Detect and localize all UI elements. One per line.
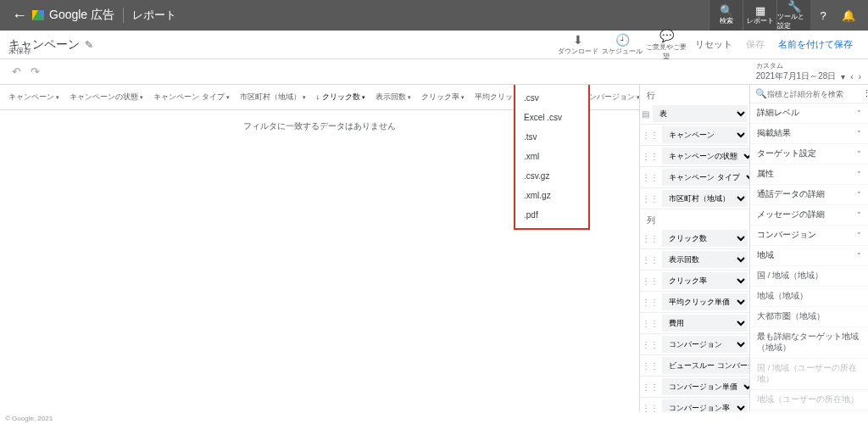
drag-handle-icon[interactable]: ⋮⋮ — [640, 382, 660, 392]
unsaved-indicator: 未保存 — [8, 46, 31, 57]
feedback-icon: 💬 — [644, 29, 688, 42]
bell-icon: 🔔 — [842, 10, 855, 21]
download-option[interactable]: .pdf — [515, 205, 588, 225]
drag-handle-icon[interactable]: ⋮⋮ — [640, 173, 660, 182]
download-icon: ⬇ — [556, 33, 600, 47]
date-next[interactable]: › — [859, 72, 861, 81]
panel-field-select[interactable]: コンバージョン単価 — [662, 378, 749, 395]
panel-field-select[interactable]: キャンペーン タイプ — [662, 169, 749, 186]
search-icon: 🔍 — [755, 88, 767, 99]
save-button[interactable]: 保存 — [739, 38, 771, 51]
panel-field-select[interactable]: コンバージョン率 — [662, 399, 748, 412]
side-group[interactable]: コンバージョン˅ — [750, 226, 868, 246]
download-option[interactable]: Excel .csv — [515, 108, 588, 127]
search-icon: 🔍 — [720, 5, 733, 16]
drag-handle-icon[interactable]: ⋮⋮ — [640, 298, 660, 307]
panel-field-select[interactable]: ビュースルー コンバージョン — [662, 357, 749, 374]
drag-handle-icon[interactable]: ⋮⋮ — [640, 340, 660, 349]
clock-icon: 🕘 — [600, 33, 644, 47]
date-label: カスタム — [756, 61, 861, 70]
row-mode-select[interactable]: 表 — [653, 105, 748, 122]
side-group[interactable]: メッセージの詳細˅ — [750, 205, 868, 226]
layout-icon[interactable]: ▤ — [640, 109, 651, 119]
undo-button[interactable]: ↶ — [7, 65, 25, 78]
chevron-down-icon: ˅ — [857, 109, 861, 118]
side-group[interactable]: 属性˅ — [750, 165, 868, 185]
side-group[interactable]: ターゲット設定˅ — [750, 144, 868, 165]
drag-handle-icon[interactable]: ⋮⋮ — [640, 276, 660, 286]
panel-field-select[interactable]: クリック率 — [662, 272, 748, 289]
panel-field-select[interactable]: 市区町村（地域） — [662, 190, 748, 207]
edit-title-icon[interactable]: ✎ — [85, 39, 93, 51]
download-menu: .csvExcel .csv.tsv.xml.csv.gz.xml.gz.pdf — [514, 85, 590, 230]
download-button[interactable]: ⬇ダウンロード — [556, 31, 600, 58]
side-group[interactable]: 詳細レベル˅ — [750, 103, 868, 124]
side-subitem[interactable]: 最も詳細なターゲット地域（地域） — [750, 327, 868, 359]
drag-handle-icon[interactable]: ⋮⋮ — [640, 131, 660, 140]
wrench-icon: 🔧 — [787, 1, 801, 12]
metric-search-input[interactable] — [767, 90, 862, 98]
col-キャンペーン タイプ[interactable]: キャンペーン タイプ ▾ — [148, 92, 235, 103]
side-subitem: 大都市圏（ユーザーの所在地） — [750, 410, 868, 412]
drag-handle-icon[interactable]: ⋮⋮ — [640, 255, 660, 265]
side-group[interactable]: 通話データの詳細˅ — [750, 185, 868, 205]
panel-field-select[interactable]: クリック数 — [662, 230, 748, 247]
rows-title: 行 — [640, 85, 749, 103]
chevron-down-icon: ˅ — [857, 232, 861, 240]
chevron-down-icon: ˅ — [857, 170, 861, 179]
panel-field-select[interactable]: 平均クリック単価 — [662, 293, 748, 310]
schedule-button[interactable]: 🕘スケジュール — [600, 31, 644, 58]
redo-button[interactable]: ↷ — [25, 65, 44, 78]
side-subitem[interactable]: 地域（地域） — [750, 287, 868, 307]
panel-field-select[interactable]: 費用 — [662, 315, 748, 332]
reset-button[interactable]: リセット — [688, 38, 739, 51]
help-icon: ? — [820, 10, 826, 21]
side-subitem: 地域（ユーザーの所在地） — [750, 390, 868, 410]
chevron-down-icon: ˅ — [857, 130, 861, 138]
drag-handle-icon[interactable]: ⋮⋮ — [640, 319, 660, 328]
side-group[interactable]: 掲載結果˅ — [750, 124, 868, 144]
panel-field-select[interactable]: 表示回数 — [662, 251, 748, 268]
col-キャンペーンの状態[interactable]: キャンペーンの状態 ▾ — [64, 92, 148, 103]
chevron-up-icon: ˄ — [857, 252, 861, 260]
col-キャンペーン[interactable]: キャンペーン ▾ — [3, 92, 64, 103]
footer-copyright: © Google, 2021 — [0, 412, 868, 424]
date-range[interactable]: 2021年7月1日～28日 — [756, 70, 837, 82]
chevron-down-icon: ˅ — [857, 150, 861, 159]
date-dropdown-icon[interactable]: ▾ — [841, 72, 845, 81]
download-option[interactable]: .csv.gz — [515, 166, 588, 186]
download-option[interactable]: .xml — [515, 147, 588, 166]
drag-handle-icon[interactable]: ⋮⋮ — [640, 194, 660, 204]
side-subitem[interactable]: 国 / 地域（地域） — [750, 266, 868, 287]
side-subitem[interactable]: 大都市圏（地域） — [750, 307, 868, 327]
side-group[interactable]: 地域˄ — [750, 246, 868, 266]
col-クリック率[interactable]: クリック率 ▾ — [416, 92, 470, 103]
drag-handle-icon[interactable]: ⋮⋮ — [640, 404, 660, 413]
download-option[interactable]: .tsv — [515, 127, 588, 147]
more-icon[interactable]: ⋮ — [862, 88, 868, 99]
drag-handle-icon[interactable]: ⋮⋮ — [640, 361, 660, 371]
google-ads-logo — [32, 10, 44, 20]
download-option[interactable]: .xml.gz — [515, 186, 588, 205]
panel-field-select[interactable]: キャンペーン — [662, 126, 748, 143]
panel-field-select[interactable]: キャンペーンの状態 — [662, 148, 749, 165]
side-subitem: 国 / 地域（ユーザーの所在地） — [750, 359, 868, 390]
panel-field-select[interactable]: コンバージョン — [662, 336, 748, 353]
back-arrow[interactable]: ← — [7, 7, 32, 25]
save-as-button[interactable]: 名前を付けて保存 — [771, 38, 860, 51]
chevron-down-icon: ˅ — [857, 191, 861, 199]
col-表示回数[interactable]: 表示回数 ▾ — [370, 92, 416, 103]
cols-title: 列 — [640, 209, 749, 228]
feedback-button[interactable]: 💬ご意見やご要望 — [644, 27, 688, 63]
download-option[interactable]: .csv — [515, 88, 588, 108]
date-prev[interactable]: ‹ — [850, 72, 853, 81]
brand-name: Google 広告 — [49, 8, 114, 23]
chevron-down-icon: ˅ — [857, 211, 861, 220]
drag-handle-icon[interactable]: ⋮⋮ — [640, 234, 660, 243]
reports-icon: ▦ — [755, 5, 765, 16]
brand-section: レポート — [123, 8, 176, 23]
col-市区町村（地域）[interactable]: 市区町村（地域） ▾ — [235, 92, 311, 103]
col-クリック数[interactable]: ↓ クリック数 ▾ — [311, 92, 370, 103]
drag-handle-icon[interactable]: ⋮⋮ — [640, 152, 660, 161]
